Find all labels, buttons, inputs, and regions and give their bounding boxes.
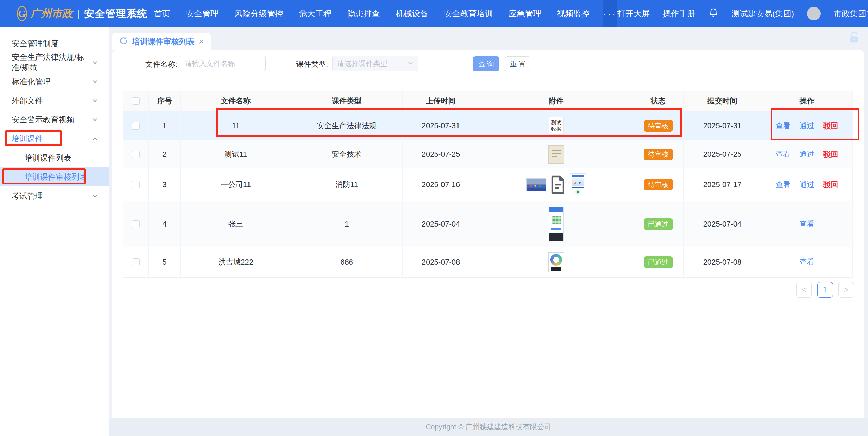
chevron-left-icon[interactable]: < [796, 282, 812, 298]
sidebar-item[interactable]: 外部文件 [0, 91, 109, 110]
logo: G 广州市政 | 安全管理系统 [0, 6, 109, 21]
cell-course-type: 666 [291, 247, 403, 278]
action-reject-link[interactable]: 驳回 [823, 121, 838, 130]
avatar[interactable] [807, 7, 821, 20]
refresh-icon[interactable] [119, 36, 128, 47]
row-select-cell [123, 111, 149, 140]
cell-actions: 查看 [761, 247, 853, 278]
sidebar-item[interactable]: 标准化管理 [0, 72, 109, 91]
course-type-select[interactable]: 请选择课件类型 [332, 56, 418, 71]
column-header: 序号 [149, 91, 181, 111]
department-name[interactable]: 市政集团安全部 [834, 8, 868, 19]
account-name[interactable]: 测试建安易(集团) [732, 8, 794, 19]
manual-link[interactable]: 操作手册 [663, 8, 695, 19]
action-pass-link[interactable]: 通过 [800, 180, 815, 189]
open-big-screen-link[interactable]: 打开大屏 [617, 8, 650, 19]
cell-actions: 查看通过驳回 [761, 140, 853, 168]
cell-status: 已通过 [633, 201, 684, 247]
file-name-input[interactable] [180, 56, 266, 71]
sidebar-item[interactable]: 培训课件 [0, 129, 109, 148]
nav-item[interactable]: 安全管理 [186, 8, 219, 19]
bell-icon[interactable] [708, 7, 719, 20]
sidebar-item[interactable]: 安全生产法律法规/标准/规范 [0, 53, 109, 72]
nav-item[interactable]: 机械设备 [396, 8, 428, 19]
filter-bar: 文件名称: 课件类型: 请选择课件类型 查 询 重 置 [112, 56, 864, 73]
nav-item[interactable]: 应急管理 [509, 8, 541, 19]
sidebar-item-label: 培训课件 [12, 134, 43, 144]
action-pass-link[interactable]: 通过 [800, 150, 815, 158]
attachment-thumbnail-phone[interactable] [549, 207, 564, 241]
nav-item[interactable]: 安全教育培训 [444, 8, 493, 19]
attachment-thumbnail-qr[interactable] [548, 252, 564, 272]
table-row: 111安全生产法律法规2025-07-31测试数据待审核2025-07-31查看… [123, 111, 853, 140]
attachment-thumbnail-photo[interactable] [526, 178, 546, 191]
checkbox[interactable] [132, 151, 140, 158]
action-reject-link[interactable]: 驳回 [823, 180, 838, 189]
checkbox[interactable] [132, 181, 140, 188]
action-view-link[interactable]: 查看 [800, 220, 815, 228]
cell-index: 5 [149, 247, 181, 278]
cell-submit-time: 2025-07-08 [684, 247, 761, 278]
chevron-down-icon [92, 116, 98, 123]
attachment-thumbnail-doc[interactable] [549, 175, 566, 194]
cell-upload-time: 2025-07-25 [403, 140, 479, 168]
table-header-row: 序号文件名称课件类型上传时间附件状态提交时间操作 [123, 91, 853, 111]
sidebar-item[interactable]: 安全管理制度 [0, 34, 109, 53]
course-type-label: 课件类型: [296, 59, 328, 69]
table-row: 2测试11安全技术2025-07-25待审核2025-07-25查看通过驳回 [123, 140, 853, 168]
menu-fold-icon[interactable] [129, 9, 139, 19]
nav-item[interactable]: 隐患排查 [347, 8, 380, 19]
logo-divider: | [77, 8, 80, 19]
checkbox[interactable] [132, 258, 140, 266]
status-badge: 待审核 [644, 120, 673, 132]
table-row: 3一公司11消防112025-07-16待审核2025-07-17查看通过驳回 [123, 168, 853, 201]
chevron-down-icon [92, 78, 98, 85]
sidebar-subitem[interactable]: 培训课件列表 [0, 148, 109, 167]
nav-item[interactable]: 视频监控 [557, 8, 590, 19]
attachment-thumbnail-certificate[interactable] [548, 145, 564, 164]
attachment-thumbnail-poster[interactable] [570, 173, 586, 196]
sidebar-item[interactable]: 安全警示教育视频 [0, 110, 109, 129]
row-select-cell [123, 140, 149, 168]
cell-attachments [479, 201, 633, 247]
file-name-label: 文件名称: [145, 59, 177, 69]
sidebar-item-label: 外部文件 [12, 96, 43, 106]
action-view-link[interactable]: 查看 [776, 150, 791, 158]
action-view-link[interactable]: 查看 [776, 121, 791, 130]
app-window: G 广州市政 | 安全管理系统 首页安全管理风险分级管控危大工程隐患排查机械设备… [0, 0, 868, 436]
reset-button[interactable]: 重 置 [505, 56, 530, 71]
chevron-right-icon[interactable]: > [838, 282, 854, 298]
attachment-thumbnail-note[interactable]: 测试数据 [549, 117, 564, 135]
cell-status: 待审核 [633, 168, 684, 201]
pagination: < 1 > [796, 282, 854, 298]
checkbox[interactable] [132, 220, 140, 228]
cell-actions: 查看 [761, 201, 853, 247]
tab-active[interactable]: 培训课件审核列表 × [112, 33, 211, 50]
action-pass-link[interactable]: 通过 [800, 121, 815, 130]
action-view-link[interactable]: 查看 [800, 258, 815, 266]
nav-item[interactable]: 首页 [154, 8, 170, 19]
brand-name: 广州市政 [30, 6, 73, 21]
cell-upload-time: 2025-07-04 [403, 201, 479, 247]
action-reject-link[interactable]: 驳回 [823, 150, 838, 158]
nav-more-button[interactable]: ··· [603, 0, 617, 27]
cell-attachments [479, 168, 633, 201]
sidebar-subitem[interactable]: 培训课件审核列表 [0, 167, 109, 186]
cell-file-name: 一公司11 [181, 168, 291, 201]
search-button[interactable]: 查 询 [473, 56, 499, 71]
select-arrow-icon [407, 60, 414, 68]
cell-course-type: 安全生产法律法规 [291, 111, 403, 140]
checkbox[interactable] [132, 97, 140, 105]
nav-item[interactable]: 风险分级管控 [234, 8, 283, 19]
sidebar-item-label: 标准化管理 [12, 77, 51, 87]
checkbox[interactable] [132, 122, 140, 130]
sidebar-item[interactable]: 考试管理 [0, 186, 109, 205]
close-icon[interactable]: × [199, 37, 204, 46]
cell-file-name: 张三 [181, 201, 291, 247]
lock-icon[interactable] [847, 31, 861, 46]
topbar-right: 打开大屏 操作手册 测试建安易(集团) 市政集团安全部 [617, 7, 868, 20]
page-number-button[interactable]: 1 [817, 282, 833, 298]
nav-item[interactable]: 危大工程 [299, 8, 332, 19]
sidebar: 安全管理制度安全生产法律法规/标准/规范标准化管理外部文件安全警示教育视频培训课… [0, 27, 109, 436]
action-view-link[interactable]: 查看 [776, 180, 791, 189]
